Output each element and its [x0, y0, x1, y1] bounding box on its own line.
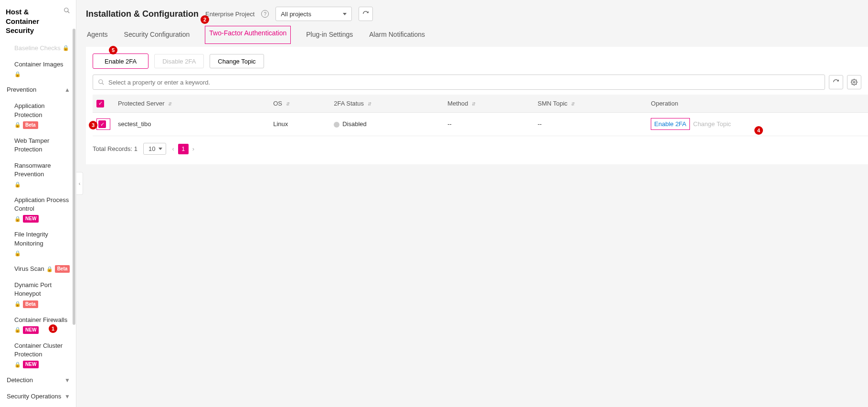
badge: Beta	[23, 300, 38, 308]
lock-icon: 🔒	[14, 71, 21, 78]
svg-line-1	[68, 11, 70, 13]
tab-plug-in-settings[interactable]: Plug-in Settings	[305, 27, 354, 44]
sidebar-item-10[interactable]: Container Firewalls 🔒 NEW	[0, 312, 76, 338]
sidebar-item-5[interactable]: Ransomware Prevention 🔒	[0, 158, 76, 192]
callout-4: 4	[754, 126, 763, 135]
callout-1: 1	[49, 324, 57, 333]
chevron-down-icon: ▼	[64, 393, 70, 401]
sidebar-item-label: File Integrity Monitoring	[14, 230, 70, 247]
sidebar-item-0[interactable]: Baseline Checks 🔒	[0, 40, 76, 56]
callout-2: 2	[201, 15, 209, 24]
tab-two-factor-authentication[interactable]: Two-Factor Authentication	[205, 26, 291, 44]
sidebar-item-label: Container Images	[14, 60, 64, 69]
column-header[interactable]: OS ⇵	[269, 95, 330, 112]
cell-topic: --	[534, 112, 647, 136]
tab-security-configuration[interactable]: Security Configuration	[123, 27, 191, 44]
sidebar-item-14[interactable]: Reports 🔒	[0, 405, 76, 407]
lock-icon: 🔒	[63, 44, 69, 52]
project-select[interactable]: All projects	[275, 7, 352, 21]
sidebar-item-13[interactable]: Security Operations▼	[0, 388, 76, 405]
enable-2fa-button[interactable]: Enable 2FA	[93, 54, 148, 69]
cell-method: --	[444, 112, 534, 136]
sidebar-item-4[interactable]: Web Tamper Protection	[0, 133, 76, 158]
column-header[interactable]: Protected Server ⇵	[114, 95, 269, 112]
enterprise-project-label: Enterprise Project	[205, 11, 254, 18]
server-table: ✓Protected Server ⇵OS ⇵2FA Status ⇵Metho…	[93, 95, 868, 136]
search-input-wrap[interactable]	[93, 75, 825, 90]
badge: NEW	[23, 215, 39, 223]
sidebar-item-label: Application Process Control	[14, 196, 70, 213]
refresh-table-button[interactable]	[829, 75, 843, 89]
sidebar-item-2[interactable]: Prevention▲	[0, 82, 76, 98]
sidebar-item-label: Virus Scan	[14, 265, 44, 273]
sidebar-item-9[interactable]: Dynamic Port Honeypot 🔒 Beta	[0, 277, 76, 311]
sort-icon: ⇵	[286, 101, 290, 107]
tab-alarm-notifications[interactable]: Alarm Notifications	[368, 27, 426, 44]
main-content: Installation & Configuration Enterprise …	[76, 0, 868, 407]
collapse-sidebar-button[interactable]: ‹	[76, 172, 83, 195]
page-title: Installation & Configuration	[86, 9, 199, 19]
column-header[interactable]: 2FA Status ⇵	[330, 95, 444, 112]
pagination: Total Records: 1 10 ‹ 1 ›	[93, 143, 868, 155]
cell-status: Disabled	[330, 112, 444, 136]
sidebar: Host & Container Security Baseline Check…	[0, 0, 76, 407]
disable-2fa-button: Disable 2FA	[154, 54, 204, 68]
sort-icon: ⇵	[571, 101, 575, 107]
enable-2fa-link[interactable]: Enable 2FA	[651, 118, 689, 130]
next-page-button[interactable]: ›	[192, 145, 194, 152]
sidebar-item-label: Container Firewalls	[14, 316, 67, 324]
lock-icon: 🔒	[14, 215, 21, 223]
svg-line-3	[102, 83, 104, 85]
sidebar-item-label: Baseline Checks	[14, 44, 61, 53]
change-topic-link: Change Topic	[693, 120, 731, 128]
column-header[interactable]: Method ⇵	[444, 95, 534, 112]
total-records: Total Records: 1	[93, 145, 138, 152]
search-icon[interactable]	[64, 7, 70, 15]
sidebar-item-3[interactable]: Application Protection 🔒 Beta	[0, 98, 76, 132]
sidebar-item-11[interactable]: Container Cluster Protection 🔒 NEW	[0, 338, 76, 372]
action-bar: 5 Enable 2FA Disable 2FA Change Topic	[93, 54, 868, 69]
svg-point-4	[853, 81, 855, 83]
sidebar-item-label: Dynamic Port Honeypot	[14, 281, 70, 298]
badge: NEW	[23, 361, 39, 368]
cell-server: sectest_tibo	[114, 112, 269, 136]
page-size-select[interactable]: 10	[143, 143, 166, 155]
change-topic-button[interactable]: Change Topic	[210, 54, 264, 68]
cell-os: Linux	[269, 112, 330, 136]
page-number[interactable]: 1	[178, 144, 189, 154]
table-row: ✓sectest_tiboLinuxDisabled----Enable 2FA…	[93, 112, 868, 136]
help-icon[interactable]: ?	[261, 10, 269, 18]
tab-agents[interactable]: Agents	[86, 27, 109, 44]
chevron-down-icon: ▼	[64, 376, 70, 385]
prev-page-button[interactable]: ‹	[172, 145, 174, 152]
settings-button[interactable]	[847, 75, 861, 89]
sidebar-item-label: Ransomware Prevention	[14, 161, 70, 179]
svg-point-2	[99, 80, 103, 84]
sort-icon: ⇵	[168, 101, 172, 107]
sidebar-item-12[interactable]: Detection▼	[0, 372, 76, 388]
callout-5: 5	[109, 46, 117, 54]
lock-icon: 🔒	[14, 250, 21, 257]
sidebar-item-1[interactable]: Container Images 🔒	[0, 56, 76, 82]
sidebar-title: Host & Container Security	[6, 7, 64, 35]
lock-icon: 🔒	[46, 266, 53, 273]
sidebar-item-6[interactable]: Application Process Control 🔒 NEW	[0, 192, 76, 226]
row-checkbox[interactable]: ✓	[98, 120, 106, 128]
search-icon	[98, 79, 105, 86]
nav-list: Baseline Checks 🔒Container Images 🔒Preve…	[0, 40, 76, 407]
refresh-button[interactable]	[359, 7, 373, 21]
badge: NEW	[23, 326, 39, 334]
sidebar-item-label: Web Tamper Protection	[14, 137, 70, 154]
search-input[interactable]	[108, 79, 820, 86]
select-all-checkbox[interactable]: ✓	[96, 100, 104, 107]
scrollbar[interactable]	[72, 29, 76, 407]
sidebar-item-label: Application Protection	[14, 102, 70, 119]
sidebar-item-label: Container Cluster Protection	[14, 342, 70, 359]
column-header[interactable]: SMN Topic ⇵	[534, 95, 647, 112]
tabs: 2 AgentsSecurity ConfigurationTwo-Factor…	[76, 21, 868, 44]
lock-icon: 🔒	[14, 181, 21, 188]
sidebar-item-7[interactable]: File Integrity Monitoring 🔒	[0, 226, 76, 261]
sidebar-item-8[interactable]: Virus Scan 🔒 Beta	[0, 261, 76, 277]
chevron-up-icon: ▲	[64, 86, 70, 94]
column-header[interactable]: Operation	[647, 95, 868, 112]
